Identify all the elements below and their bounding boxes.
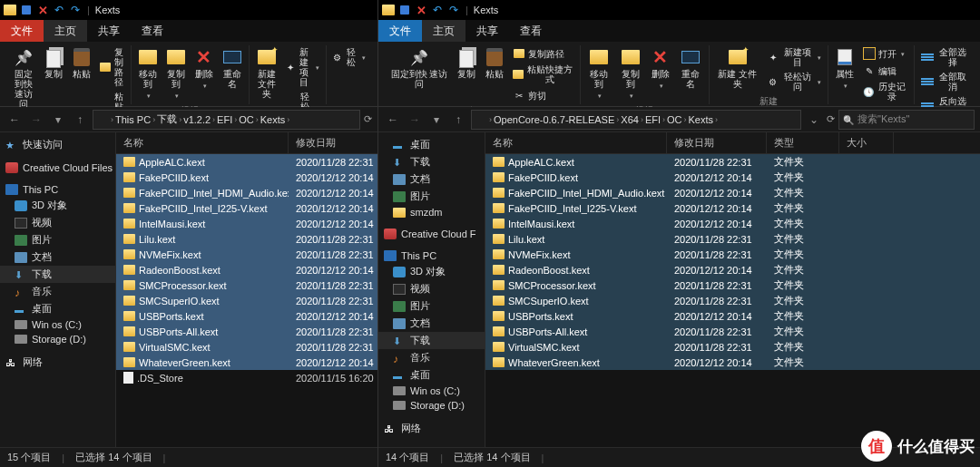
navigation-pane[interactable]: 桌面下载文档图片smzdmCreative Cloud FThis PC3D 对…: [378, 132, 485, 447]
file-row[interactable]: USBPorts.kext 2020/12/12 20:14: [116, 308, 377, 324]
copy-path-button[interactable]: 复制路径: [97, 45, 127, 89]
nav-item[interactable]: 音乐: [0, 283, 115, 300]
copy-button[interactable]: 复制: [41, 45, 66, 81]
nav-forward-button[interactable]: →: [406, 111, 424, 129]
column-name[interactable]: 名称: [485, 132, 667, 153]
open-button[interactable]: 打开: [860, 45, 910, 62]
delete-button[interactable]: ✕删除: [648, 45, 673, 92]
history-button[interactable]: 🕓历史记录: [860, 80, 910, 103]
file-row[interactable]: Lilu.kext 2020/11/28 22:31文件夹: [485, 231, 980, 247]
file-row[interactable]: RadeonBoost.kext 2020/12/12 20:14: [116, 262, 377, 277]
nav-item[interactable]: 音乐: [378, 349, 485, 366]
nav-item[interactable]: Storage (D:): [378, 398, 485, 413]
new-item-button[interactable]: ✦新建项目: [284, 45, 322, 89]
file-row[interactable]: SMCProcessor.kext 2020/11/28 22:31: [116, 277, 377, 293]
easy-access-button[interactable]: ⚙轻松: [330, 45, 368, 69]
delete-button[interactable]: ✕删除: [191, 45, 217, 92]
crumb[interactable]: 下载: [157, 112, 177, 126]
nav-recent-button[interactable]: ▾: [427, 111, 446, 129]
tab-home[interactable]: 主页: [422, 20, 466, 42]
crumb[interactable]: Kexts: [689, 114, 714, 125]
column-headers[interactable]: 名称 修改日期: [116, 132, 377, 154]
file-row[interactable]: USBPorts.kext 2020/12/12 20:14文件夹: [485, 308, 980, 324]
nav-item[interactable]: 下载: [0, 266, 115, 283]
crumb[interactable]: OC: [239, 114, 254, 125]
column-size[interactable]: 大小: [839, 132, 894, 153]
nav-item[interactable]: 3D 对象: [0, 197, 115, 214]
tab-view[interactable]: 查看: [509, 20, 553, 42]
undo-icon[interactable]: ↶: [431, 4, 444, 16]
tab-file[interactable]: 文件: [0, 20, 44, 42]
nav-item[interactable]: 图片: [378, 188, 485, 205]
nav-item[interactable]: 3D 对象: [378, 263, 485, 280]
file-list[interactable]: 名称 修改日期 类型 大小 AppleALC.kext 2020/11/28 2…: [485, 132, 980, 447]
file-row[interactable]: FakePCIID_Intel_HDMI_Audio.kext 2020/12/…: [116, 185, 377, 200]
nav-back-button[interactable]: ←: [5, 111, 24, 129]
breadcrumb[interactable]: › OpenCore-0.6.7-RELEASE›X64›EFI›OC›Kext…: [471, 110, 801, 130]
file-row[interactable]: VirtualSMC.kext 2020/11/28 22:31文件夹: [485, 339, 980, 355]
nav-up-button[interactable]: ↑: [71, 111, 89, 129]
qat-save-icon[interactable]: [20, 4, 33, 16]
select-all-button[interactable]: 全部选择: [918, 45, 971, 69]
file-row[interactable]: FakePCIID_Intel_I225-V.kext 2020/12/12 2…: [485, 200, 980, 216]
refresh-button[interactable]: ⟳: [827, 113, 835, 125]
column-headers[interactable]: 名称 修改日期 类型 大小: [485, 132, 980, 154]
copy-to-button[interactable]: 复制到: [616, 45, 645, 102]
crumb[interactable]: EFI: [217, 114, 232, 125]
file-row[interactable]: FakePCIID.kext 2020/12/12 20:14文件夹: [485, 170, 980, 185]
nav-item[interactable]: 图片: [0, 231, 115, 248]
file-row[interactable]: NVMeFix.kext 2020/11/28 22:31: [116, 247, 377, 262]
file-row[interactable]: Lilu.kext 2020/11/28 22:31: [116, 231, 377, 247]
file-row[interactable]: FakePCIID_Intel_HDMI_Audio.kext 2020/12/…: [485, 185, 980, 200]
file-list[interactable]: 名称 修改日期 AppleALC.kext 2020/11/28 22:31Fa…: [116, 132, 377, 447]
title-bar[interactable]: ✕ ↶ ↷ | Kexts: [378, 0, 980, 20]
nav-item[interactable]: This PC: [378, 248, 485, 263]
qat-save-icon[interactable]: [398, 4, 411, 16]
nav-item[interactable]: 文档: [0, 248, 115, 266]
file-row[interactable]: USBPorts-All.kext 2020/11/28 22:31文件夹: [485, 324, 980, 339]
tab-share[interactable]: 共享: [466, 20, 509, 42]
file-row[interactable]: SMCSuperIO.kext 2020/11/28 22:31文件夹: [485, 293, 980, 308]
file-row[interactable]: WhateverGreen.kext 2020/12/12 20:14: [116, 355, 377, 370]
tab-share[interactable]: 共享: [87, 20, 131, 42]
file-row[interactable]: VirtualSMC.kext 2020/11/28 22:31: [116, 339, 377, 355]
refresh-button[interactable]: ⟳: [364, 113, 372, 125]
nav-item[interactable]: smzdm: [378, 205, 485, 219]
rename-button[interactable]: 重命名: [220, 45, 245, 91]
undo-icon[interactable]: ↶: [53, 4, 65, 16]
paste-button[interactable]: 粘贴: [69, 45, 94, 81]
qat-delete-icon[interactable]: ✕: [36, 4, 49, 16]
file-row[interactable]: SMCProcessor.kext 2020/11/28 22:31文件夹: [485, 277, 980, 293]
breadcrumb[interactable]: › This PC›下载›v1.2.2›EFI›OC›Kexts›: [93, 110, 360, 130]
nav-item[interactable]: 图片: [378, 297, 485, 315]
navigation-pane[interactable]: 快速访问Creative Cloud FilesThis PC3D 对象视频图片…: [0, 132, 116, 447]
paste-button[interactable]: 粘贴: [482, 45, 507, 81]
nav-item[interactable]: 视频: [378, 280, 485, 297]
nav-item[interactable]: 快速访问: [0, 136, 115, 153]
crumb[interactable]: OpenCore-0.6.7-RELEASE: [494, 114, 614, 125]
column-name[interactable]: 名称: [116, 132, 289, 153]
nav-item[interactable]: 下载: [378, 332, 485, 349]
column-date[interactable]: 修改日期: [289, 132, 377, 153]
file-row[interactable]: AppleALC.kext 2020/11/28 22:31文件夹: [485, 154, 980, 170]
nav-item[interactable]: 文档: [378, 315, 485, 332]
column-type[interactable]: 类型: [767, 132, 839, 153]
nav-item[interactable]: Win os (C:): [0, 317, 115, 332]
pin-button[interactable]: 固定到快 速访问: [9, 45, 38, 111]
nav-item[interactable]: 桌面: [0, 300, 115, 317]
redo-icon[interactable]: ↷: [69, 4, 82, 16]
nav-item[interactable]: Storage (D:): [0, 332, 115, 346]
nav-recent-button[interactable]: ▾: [49, 111, 67, 129]
easy-access-button[interactable]: ⚙轻松访问: [765, 70, 825, 93]
file-row[interactable]: SMCSuperIO.kext 2020/11/28 22:31: [116, 293, 377, 308]
copy-path-button[interactable]: 复制路径: [510, 45, 576, 62]
new-folder-button[interactable]: 新建 文件夹: [713, 45, 762, 91]
paste-shortcut-button[interactable]: 粘贴快捷方式: [510, 63, 576, 86]
pin-button[interactable]: 固定到快 速访问: [387, 45, 451, 91]
file-row[interactable]: IntelMausi.kext 2020/12/12 20:14文件夹: [485, 216, 980, 231]
redo-icon[interactable]: ↷: [447, 4, 460, 16]
crumb[interactable]: OC: [667, 114, 682, 125]
nav-item[interactable]: 文档: [378, 170, 485, 188]
file-row[interactable]: .DS_Store 2020/11/15 16:20: [116, 370, 377, 385]
crumb[interactable]: EFI: [645, 114, 661, 125]
